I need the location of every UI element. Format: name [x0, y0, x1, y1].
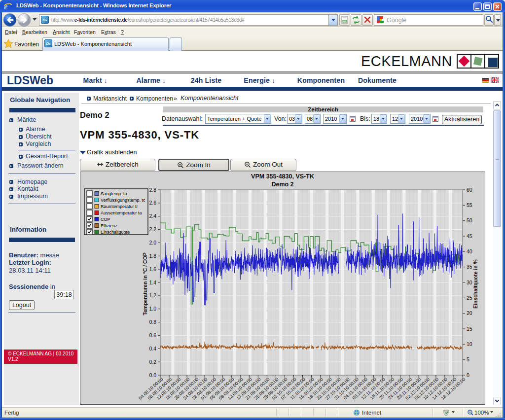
svg-text:10: 10 — [467, 341, 472, 347]
svg-text:55: 55 — [467, 202, 472, 208]
svg-text:2.0: 2.0 — [149, 240, 156, 245]
svg-text:60: 60 — [467, 187, 472, 193]
svg-text:2.8: 2.8 — [149, 187, 156, 193]
svg-text:1.8: 1.8 — [149, 253, 156, 259]
svg-text:Einschaltquote: Einschaltquote — [101, 230, 130, 235]
svg-text:50: 50 — [467, 217, 472, 223]
svg-text:0.6: 0.6 — [149, 332, 156, 338]
svg-text:Effizienz: Effizienz — [101, 223, 117, 228]
svg-text:VPM 355-4830, VS-TK: VPM 355-4830, VS-TK — [251, 173, 314, 180]
svg-text:2.6: 2.6 — [149, 200, 156, 206]
svg-text:1.4: 1.4 — [149, 280, 156, 285]
svg-text:45: 45 — [467, 233, 472, 239]
svg-text:0.8: 0.8 — [149, 319, 156, 325]
svg-text:25: 25 — [467, 295, 472, 301]
svg-text:Raumtemperatur tr: Raumtemperatur tr — [101, 204, 138, 209]
svg-text:15: 15 — [467, 326, 472, 332]
svg-text:Verflüssigungstemp. tc: Verflüssigungstemp. tc — [101, 198, 145, 203]
svg-text:Demo 2: Demo 2 — [271, 181, 293, 188]
svg-text:0.2: 0.2 — [149, 359, 156, 365]
svg-text:2.4: 2.4 — [149, 213, 156, 219]
svg-text:0.0: 0.0 — [149, 372, 156, 378]
svg-text:Temperaturen in °C / COP: Temperaturen in °C / COP — [142, 252, 148, 315]
svg-text:1.0: 1.0 — [149, 306, 156, 312]
svg-text:COP: COP — [101, 217, 110, 222]
svg-text:20: 20 — [467, 310, 472, 316]
svg-text:1.6: 1.6 — [149, 266, 156, 272]
svg-text:30: 30 — [467, 280, 472, 285]
svg-text:Aussentemperatur ta: Aussentemperatur ta — [101, 210, 142, 215]
svg-text:1.2: 1.2 — [149, 292, 156, 298]
svg-text:e: e — [4, 2, 8, 11]
svg-text:35: 35 — [467, 264, 472, 270]
svg-text:40: 40 — [467, 248, 472, 254]
svg-text:2.2: 2.2 — [149, 226, 156, 232]
svg-text:Saugtemp. to: Saugtemp. to — [101, 191, 127, 196]
svg-text:0.4: 0.4 — [149, 346, 156, 351]
svg-text:Einschaltquote in %: Einschaltquote in % — [472, 259, 478, 308]
svg-text:0: 0 — [467, 372, 469, 378]
svg-text:5: 5 — [467, 356, 469, 362]
